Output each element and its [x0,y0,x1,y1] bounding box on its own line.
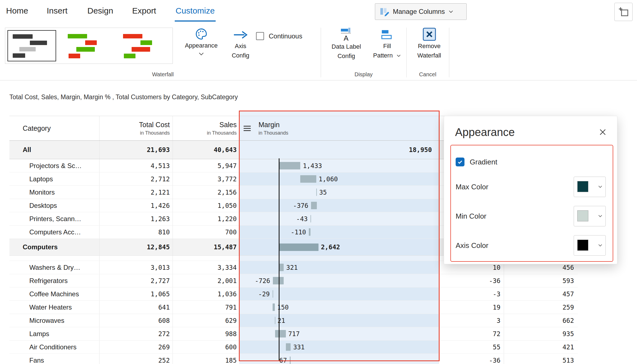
waterfall-bar[interactable] [309,228,310,236]
remove-waterfall-button[interactable]: Remove Waterfall [412,27,447,60]
data-label-config-button[interactable]: A Data Label Config [328,27,365,61]
cell-margin-pct[interactable]: 19 [439,301,504,314]
row-category[interactable]: Fans [9,354,100,364]
col-header-sales[interactable]: Sales in Thousands [173,116,240,140]
row-category[interactable]: Coffee Machines [9,287,100,300]
waterfall-style-red-green[interactable] [118,30,167,61]
hamburger-icon[interactable] [244,124,251,132]
cell-margin-waterfall[interactable]: -726 [240,274,439,287]
waterfall-bar[interactable] [316,188,317,196]
cell-total-cost[interactable]: 1,263 [100,212,173,225]
cell-margin-pct[interactable]: 55 [439,341,504,353]
row-category[interactable]: Washers & Dry… [9,261,100,274]
cell-total-cost[interactable]: 1,065 [100,287,173,300]
row-category[interactable]: Desktops [9,199,100,212]
cell-customers[interactable]: 513 [504,354,578,364]
gap-cell[interactable] [173,256,240,261]
cell-total-cost[interactable]: 810 [100,226,173,239]
waterfall-bar[interactable] [273,303,275,311]
cell-sales[interactable]: 600 [173,341,240,353]
waterfall-bar[interactable] [273,277,284,284]
cell-customers[interactable]: 259 [504,301,578,314]
cell-total-cost[interactable]: 608 [100,314,173,327]
cell-total-cost[interactable]: 2,121 [100,186,173,199]
cell-margin-waterfall[interactable]: -110 [240,226,439,239]
cell-margin-waterfall[interactable]: 1,060 [240,172,439,185]
cell-sales[interactable]: 3,334 [173,261,240,274]
cell-margin-waterfall[interactable]: 321 [240,261,439,274]
table-row[interactable]: Lamps27298871772935 [9,327,578,341]
table-row[interactable]: Fans252185-67-36513 [9,354,578,364]
waterfall-bar[interactable] [279,162,300,169]
cell-sales[interactable]: 3,772 [173,172,240,185]
gap-cell[interactable] [9,256,100,261]
gap-cell[interactable] [100,256,173,261]
cell-margin-waterfall[interactable]: 717 [240,327,439,340]
cell-total-cost[interactable]: 269 [100,341,173,353]
cell-customers[interactable]: 421 [504,341,578,353]
waterfall-bar[interactable] [275,317,276,324]
cell-total-cost[interactable]: 12,845 [100,239,173,255]
cell-total-cost[interactable]: 4,513 [100,159,173,172]
cell-customers[interactable]: 662 [504,314,578,327]
cell-sales[interactable]: 5,947 [173,159,240,172]
cell-total-cost[interactable]: 272 [100,327,173,340]
axis-color-dropdown[interactable] [574,235,606,256]
cell-margin-pct[interactable]: -36 [439,274,504,287]
cell-margin-pct[interactable]: 3 [439,314,504,327]
row-category[interactable]: Microwaves [9,314,100,327]
cell-margin-pct[interactable]: 72 [439,327,504,340]
cell-total-cost[interactable]: 2,712 [100,172,173,185]
fill-pattern-button[interactable]: Fill Pattern [370,27,404,60]
tab-customize[interactable]: Customize [176,0,215,22]
waterfall-bar[interactable] [275,330,286,337]
cell-margin-waterfall[interactable]: -67 [240,354,439,364]
row-category[interactable]: Computers Acc… [9,226,100,239]
cell-sales[interactable]: 40,643 [173,141,240,159]
cell-margin-pct[interactable]: -3 [439,287,504,300]
cell-sales[interactable]: 1,050 [173,199,240,212]
tab-insert[interactable]: Insert [47,0,67,22]
cell-margin-pct[interactable]: -36 [439,354,504,364]
cell-margin-waterfall[interactable]: -29 [240,287,439,300]
table-row[interactable]: Coffee Machines1,0651,036-29-3457 [9,287,578,301]
waterfall-bar[interactable] [279,243,318,251]
cell-total-cost[interactable]: 1,426 [100,199,173,212]
cell-total-cost[interactable]: 641 [100,301,173,314]
row-category[interactable]: Projectors & Sc… [9,159,100,172]
row-category[interactable]: Laptops [9,172,100,185]
cell-customers[interactable]: 457 [504,287,578,300]
cell-margin-waterfall[interactable]: -376 [240,199,439,212]
cell-margin-waterfall[interactable]: -43 [240,212,439,225]
cell-total-cost[interactable]: 21,693 [100,141,173,159]
waterfall-style-gray[interactable] [7,30,56,61]
cell-margin-waterfall[interactable]: 1,433 [240,159,439,172]
cell-sales[interactable]: 1,220 [173,212,240,225]
cell-margin-waterfall[interactable]: 2,642 [240,239,439,255]
cell-margin-waterfall[interactable]: 21 [240,314,439,327]
cell-total-cost[interactable]: 2,727 [100,274,173,287]
table-row[interactable]: Refrigerators2,7272,001-726-36593 [9,274,578,287]
cell-margin-waterfall[interactable]: 35 [240,186,439,199]
cell-margin-waterfall[interactable]: 331 [240,341,439,353]
waterfall-bar[interactable] [300,175,316,183]
cell-sales[interactable]: 1,036 [173,287,240,300]
cell-sales[interactable]: 2,001 [173,274,240,287]
cell-margin-waterfall[interactable]: 150 [240,301,439,314]
col-header-category[interactable]: Category [9,116,100,140]
appearance-button[interactable]: Appearance [179,27,223,56]
cell-customers[interactable]: 593 [504,274,578,287]
max-color-dropdown[interactable] [574,177,606,197]
min-color-dropdown[interactable] [574,206,606,226]
tab-home[interactable]: Home [6,0,28,22]
table-row[interactable]: Water Heaters64179115019259 [9,301,578,314]
continuous-toggle[interactable]: Continuous [256,32,302,40]
cell-sales[interactable]: 2,156 [173,186,240,199]
table-row[interactable]: Microwaves608629213662 [9,314,578,327]
manage-columns-button[interactable]: Manage Columns [375,3,467,20]
cell-sales[interactable]: 15,487 [173,239,240,255]
cell-total-cost[interactable]: 252 [100,354,173,364]
tab-design[interactable]: Design [87,0,113,22]
cell-sales[interactable]: 185 [173,354,240,364]
close-icon[interactable] [598,128,607,137]
